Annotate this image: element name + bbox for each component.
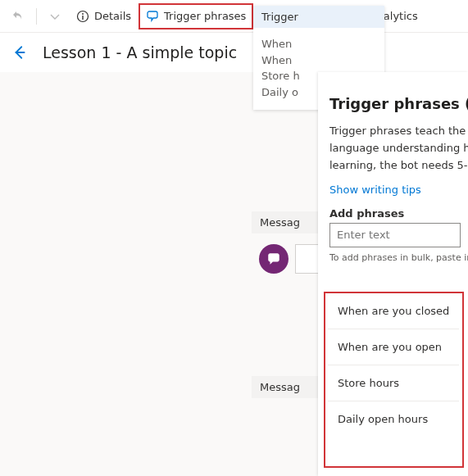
bulk-hint: To add phrases in bulk, paste in line-se…: [329, 252, 468, 263]
message-content-box[interactable]: [295, 244, 320, 274]
message-node-header[interactable]: Messag: [252, 211, 325, 233]
phrase-item[interactable]: Store hours: [328, 365, 459, 401]
trigger-card-header: Trigger: [253, 6, 384, 28]
message-node-header[interactable]: Messag: [252, 376, 325, 398]
details-button[interactable]: Details: [70, 4, 138, 29]
bot-avatar: [259, 244, 289, 274]
panel-description-line: learning, the bot needs 5-10 s: [329, 158, 468, 174]
writing-tips-link[interactable]: Show writing tips: [329, 184, 421, 196]
undo-icon: [11, 10, 25, 23]
phrase-item[interactable]: When are you closed: [328, 293, 459, 329]
panel-description-line: language understanding help: [329, 141, 468, 156]
trigger-phrases-button[interactable]: Trigger phrases: [139, 4, 252, 29]
top-toolbar: Details Trigger phrases {x} Variables An…: [0, 0, 468, 33]
trigger-line: When: [261, 52, 376, 69]
toolbar-divider: [36, 8, 37, 25]
undo-button: [5, 4, 31, 29]
chevron-down-icon: [48, 10, 61, 23]
info-icon: [76, 10, 89, 23]
chat-icon: [266, 252, 281, 266]
phrase-list: When are you closed When are you open St…: [328, 293, 459, 437]
phrase-item[interactable]: When are you open: [328, 329, 459, 365]
svg-rect-2: [82, 16, 83, 20]
arrow-left-icon: [12, 45, 27, 60]
back-button[interactable]: [7, 39, 33, 66]
add-phrases-label: Add phrases: [329, 207, 468, 220]
panel-description-line: Trigger phrases teach the bot: [329, 124, 468, 139]
page-header: Lesson 1 - A simple topic: [0, 33, 468, 72]
chevron-down-button: [42, 4, 68, 29]
page-title: Lesson 1 - A simple topic: [43, 43, 237, 61]
trigger-icon: [146, 10, 159, 23]
svg-point-1: [82, 13, 84, 15]
add-phrase-input[interactable]: [329, 223, 461, 247]
phrase-item[interactable]: Daily open hours: [328, 401, 459, 437]
panel-title: Trigger phrases (4): [329, 95, 468, 112]
trigger-line: When: [261, 36, 376, 52]
trigger-phrases-label: Trigger phrases: [164, 10, 246, 22]
details-label: Details: [94, 10, 131, 22]
